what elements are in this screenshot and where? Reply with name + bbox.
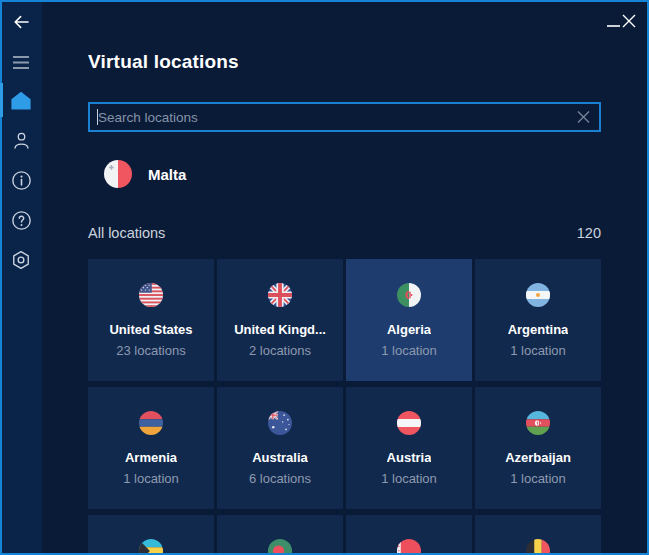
sidebar-item-back[interactable] [0,5,42,39]
location-name: Australia [252,450,308,466]
argentina-flag-icon [526,283,550,307]
sidebar-item-account[interactable] [0,123,42,157]
location-name: United Kingd... [234,322,326,338]
bangladesh-flag-icon [268,539,292,555]
location-name: Algeria [387,322,431,338]
location-tile-belarus[interactable] [346,515,472,555]
sidebar-item-home[interactable] [0,83,42,117]
location-tile-bahamas[interactable] [88,515,214,555]
location-tile-austria[interactable]: Austria1 location [346,387,472,509]
current-location[interactable]: Malta [88,160,186,188]
search-box [88,102,601,132]
close-icon [622,14,636,31]
location-name: United States [109,322,192,338]
search-input[interactable] [90,104,599,130]
help-icon [11,210,32,231]
all-locations-label: All locations [88,225,165,241]
location-tile-bangladesh[interactable] [217,515,343,555]
sidebar-item-menu[interactable] [0,45,42,79]
sidebar-item-help[interactable] [0,203,42,237]
algeria-flag-icon [397,283,421,307]
grid-header: All locations 120 [88,225,601,241]
app-window: Virtual locations Malta All locations 12… [0,0,649,555]
active-indicator [0,83,3,117]
location-name: Argentina [508,322,569,338]
location-name: Armenia [125,450,177,466]
account-icon [11,130,32,151]
location-name: Austria [387,450,432,466]
location-count: 2 locations [249,343,311,359]
location-tile-armenia[interactable]: Armenia1 location [88,387,214,509]
location-tile-belgium[interactable] [475,515,601,555]
location-tile-united-states[interactable]: United States23 locations [88,259,214,381]
belarus-flag-icon [397,539,421,555]
armenia-flag-icon [139,411,163,435]
location-tile-azerbaijan[interactable]: Azerbaijan1 location [475,387,601,509]
united-kingdom-flag-icon [268,283,292,307]
sidebar [0,0,42,555]
austria-flag-icon [397,411,421,435]
location-count: 6 locations [249,471,311,487]
location-name: Azerbaijan [505,450,571,466]
location-count: 23 locations [116,343,185,359]
location-tile-argentina[interactable]: Argentina1 location [475,259,601,381]
location-count: 1 location [510,471,566,487]
main-content: Virtual locations Malta All locations 12… [42,0,649,555]
page-title: Virtual locations [88,51,239,73]
locations-grid: United States23 locationsUnited Kingd...… [88,259,601,555]
united-states-flag-icon [139,283,163,307]
malta-flag-icon [104,160,132,188]
location-tile-algeria[interactable]: Algeria1 location [346,259,472,381]
current-location-name: Malta [148,166,186,183]
back-arrow-icon [11,12,31,32]
sidebar-item-info[interactable] [0,163,42,197]
location-count: 1 location [510,343,566,359]
location-tile-united-kingdom[interactable]: United Kingd...2 locations [217,259,343,381]
belgium-flag-icon [526,539,550,555]
text-caret [97,109,98,125]
sidebar-item-settings[interactable] [0,243,42,277]
home-icon [10,91,32,110]
settings-icon [10,249,32,271]
info-icon [11,170,32,191]
azerbaijan-flag-icon [526,411,550,435]
australia-flag-icon [268,411,292,435]
location-count: 1 location [381,471,437,487]
location-count: 1 location [123,471,179,487]
bahamas-flag-icon [139,539,163,555]
clear-search-icon[interactable] [577,111,590,124]
location-count: 1 location [381,343,437,359]
menu-icon [12,55,30,70]
locations-count: 120 [577,225,601,241]
location-tile-australia[interactable]: Australia6 locations [217,387,343,509]
close-button[interactable] [616,9,642,35]
